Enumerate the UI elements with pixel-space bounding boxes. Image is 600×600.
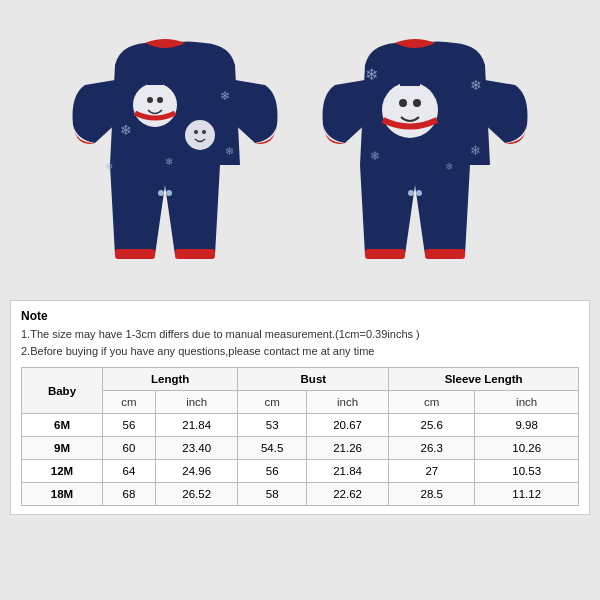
svg-rect-1 <box>175 249 215 259</box>
svg-text:❄: ❄ <box>225 145 234 157</box>
bust-cm-cell: 56 <box>238 460 306 483</box>
svg-rect-18 <box>425 249 465 259</box>
svg-point-4 <box>157 97 163 103</box>
size-table: Baby Length Bust Sleeve Length cm inch c… <box>21 367 579 506</box>
sleeve-inch-cell: 9.98 <box>475 414 579 437</box>
svg-point-15 <box>158 190 164 196</box>
product-image-back: ❄ ❄ ❄ ❄ ❄ <box>315 25 535 285</box>
bust-inch-header: inch <box>306 391 388 414</box>
bust-cm-cell: 58 <box>238 483 306 506</box>
bust-cm-cell: 53 <box>238 414 306 437</box>
table-header-main: Baby Length Bust Sleeve Length <box>22 368 579 391</box>
baby-header: Baby <box>22 368 103 414</box>
svg-point-19 <box>382 82 438 138</box>
svg-text:❄: ❄ <box>165 156 173 167</box>
table-header-sub: cm inch cm inch cm inch <box>22 391 579 414</box>
table-row: 6M 56 21.84 53 20.67 25.6 9.98 <box>22 414 579 437</box>
table-row: 9M 60 23.40 54.5 21.26 26.3 10.26 <box>22 437 579 460</box>
length-header: Length <box>102 368 237 391</box>
table-row: 18M 68 26.52 58 22.62 28.5 11.12 <box>22 483 579 506</box>
svg-point-29 <box>408 190 414 196</box>
size-cell: 12M <box>22 460 103 483</box>
sleeve-inch-cell: 11.12 <box>475 483 579 506</box>
romper-svg-back: ❄ ❄ ❄ ❄ ❄ <box>315 25 535 285</box>
svg-text:❄: ❄ <box>105 161 113 172</box>
note-section: Note 1.The size may have 1-3cm differs d… <box>21 309 579 359</box>
bust-inch-cell: 21.26 <box>306 437 388 460</box>
length-cm-cell: 68 <box>102 483 155 506</box>
main-container: ❄ ❄ ❄ ❄ ❄ <box>0 0 600 600</box>
length-inch-cell: 23.40 <box>156 437 238 460</box>
svg-point-8 <box>194 130 198 134</box>
table-row: 12M 64 24.96 56 21.84 27 10.53 <box>22 460 579 483</box>
romper-svg-front: ❄ ❄ ❄ ❄ ❄ <box>65 25 285 285</box>
svg-point-9 <box>202 130 206 134</box>
length-inch-cell: 21.84 <box>156 414 238 437</box>
sleeve-cm-cell: 27 <box>389 460 475 483</box>
table-body: 6M 56 21.84 53 20.67 25.6 9.98 9M 60 23.… <box>22 414 579 506</box>
svg-rect-23 <box>403 67 417 83</box>
length-cm-cell: 56 <box>102 414 155 437</box>
svg-point-16 <box>166 190 172 196</box>
sleeve-cm-cell: 26.3 <box>389 437 475 460</box>
bust-inch-cell: 22.62 <box>306 483 388 506</box>
svg-point-21 <box>413 99 421 107</box>
length-cm-header: cm <box>102 391 155 414</box>
length-inch-cell: 26.52 <box>156 483 238 506</box>
bust-cm-header: cm <box>238 391 306 414</box>
bust-header: Bust <box>238 368 389 391</box>
size-cell: 9M <box>22 437 103 460</box>
sleeve-cm-cell: 28.5 <box>389 483 475 506</box>
size-cell: 18M <box>22 483 103 506</box>
length-cm-cell: 64 <box>102 460 155 483</box>
svg-text:❄: ❄ <box>370 149 380 163</box>
sleeve-inch-header: inch <box>475 391 579 414</box>
svg-point-30 <box>416 190 422 196</box>
sleeve-cm-cell: 25.6 <box>389 414 475 437</box>
svg-text:❄: ❄ <box>220 89 230 103</box>
sleeve-cm-header: cm <box>389 391 475 414</box>
sleeve-header: Sleeve Length <box>389 368 579 391</box>
svg-point-20 <box>399 99 407 107</box>
note-title: Note <box>21 309 579 323</box>
length-inch-header: inch <box>156 391 238 414</box>
bust-inch-cell: 21.84 <box>306 460 388 483</box>
length-inch-cell: 24.96 <box>156 460 238 483</box>
svg-rect-17 <box>365 249 405 259</box>
length-cm-cell: 60 <box>102 437 155 460</box>
bust-inch-cell: 20.67 <box>306 414 388 437</box>
images-area: ❄ ❄ ❄ ❄ ❄ <box>10 10 590 300</box>
size-chart-container: Note 1.The size may have 1-3cm differs d… <box>10 300 590 515</box>
svg-rect-6 <box>150 71 160 83</box>
svg-point-3 <box>147 97 153 103</box>
svg-text:❄: ❄ <box>470 77 482 93</box>
note-line1: 1.The size may have 1-3cm differs due to… <box>21 326 579 343</box>
svg-point-7 <box>185 120 215 150</box>
note-line2: 2.Before buying if you have any question… <box>21 343 579 360</box>
svg-text:❄: ❄ <box>365 66 378 83</box>
sleeve-inch-cell: 10.26 <box>475 437 579 460</box>
size-cell: 6M <box>22 414 103 437</box>
product-image-front: ❄ ❄ ❄ ❄ ❄ <box>65 25 285 285</box>
bust-cm-cell: 54.5 <box>238 437 306 460</box>
svg-text:❄: ❄ <box>445 161 453 172</box>
svg-text:❄: ❄ <box>120 122 132 138</box>
svg-rect-0 <box>115 249 155 259</box>
svg-text:❄: ❄ <box>470 143 481 158</box>
sleeve-inch-cell: 10.53 <box>475 460 579 483</box>
